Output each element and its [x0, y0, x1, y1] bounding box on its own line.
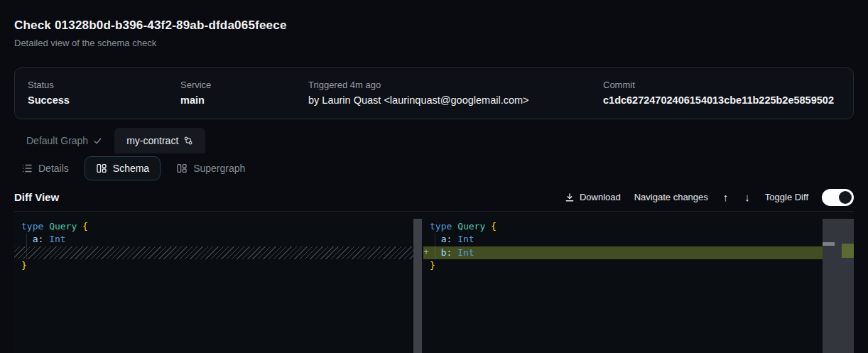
- commit-label: Commit: [603, 80, 840, 91]
- indent-guide: [435, 233, 435, 259]
- status-label: Status: [28, 80, 180, 91]
- commit-cell: Commit c1dc62724702406154013cbe11b225b2e…: [603, 80, 840, 107]
- schema-check-page: Check 01328b0d-b396-43f2-89ab-dfda065fee…: [0, 0, 868, 353]
- code-line: }: [21, 259, 422, 272]
- page-title: Check 01328b0d-b396-43f2-89ab-dfda065fee…: [14, 18, 854, 33]
- code-line: a: Int: [21, 233, 422, 246]
- diff-toolbar: Diff View Download Navigate changes ↑ ↓ …: [14, 183, 854, 212]
- tab-details-label: Details: [38, 163, 69, 174]
- tab-default-graph[interactable]: Default Graph: [14, 128, 114, 153]
- added-line-ruler-marker: [842, 244, 854, 258]
- triggered-label: Triggered 4m ago: [308, 80, 603, 91]
- service-label: Service: [180, 80, 308, 91]
- tab-schema-label: Schema: [113, 163, 149, 174]
- scrollbar-slider[interactable]: [823, 242, 835, 246]
- page-subtitle: Detailed view of the schema check: [14, 37, 854, 50]
- download-label: Download: [580, 192, 621, 202]
- contract-icon: [183, 136, 193, 146]
- view-tab-bar: Details Schema: [14, 153, 854, 183]
- diff-actions: Download Navigate changes ↑ ↓ Toggle Dif…: [565, 189, 854, 206]
- tab-details[interactable]: Details: [14, 156, 76, 180]
- panels-icon: [176, 163, 188, 174]
- code-line: type Query {: [430, 220, 854, 233]
- tab-supergraph[interactable]: Supergraph: [169, 156, 252, 180]
- toggle-diff-label: Toggle Diff: [765, 192, 808, 202]
- diff-placeholder-line: [14, 246, 422, 259]
- insert-marker: +: [422, 246, 430, 259]
- code-line: }: [430, 259, 854, 272]
- tab-my-contract[interactable]: my-contract: [114, 128, 205, 153]
- code-line: a: Int: [430, 233, 854, 246]
- toggle-diff-switch[interactable]: [822, 189, 854, 206]
- graph-tab-bar: Default Graph my-contract: [14, 128, 854, 153]
- triggered-value: by Laurin Quast <laurinquast@googlemail.…: [308, 94, 603, 107]
- check-icon: [93, 136, 102, 146]
- check-summary-card: Status Success Service main Triggered 4m…: [14, 67, 854, 119]
- service-value: main: [180, 94, 308, 107]
- tab-schema[interactable]: Schema: [85, 156, 161, 180]
- next-change-button[interactable]: ↓: [743, 191, 752, 203]
- list-icon: [21, 163, 33, 174]
- triggered-cell: Triggered 4m ago by Laurin Quast <laurin…: [308, 80, 603, 107]
- diff-pane-before[interactable]: type Query { a: Int}: [14, 212, 422, 353]
- download-icon: [565, 192, 575, 202]
- previous-change-button[interactable]: ↑: [722, 191, 730, 203]
- diff-pane-after[interactable]: type Query { a: Int b: Int}: [423, 212, 854, 353]
- tab-supergraph-label: Supergraph: [193, 163, 245, 174]
- status-cell: Status Success: [28, 80, 180, 107]
- code-line: type Query {: [21, 220, 422, 233]
- tab-my-contract-label: my-contract: [126, 135, 178, 146]
- commit-value: c1dc62724702406154013cbe11b225b2e5859502: [603, 94, 840, 107]
- page-header: Check 01328b0d-b396-43f2-89ab-dfda065fee…: [14, 0, 854, 50]
- navigate-changes-label: Navigate changes: [634, 192, 708, 202]
- added-code-line: b: Int: [423, 246, 854, 259]
- toggle-knob: [839, 191, 852, 204]
- status-value: Success: [28, 94, 180, 107]
- indent-guide: [26, 233, 27, 259]
- diff-view-title: Diff View: [14, 191, 59, 203]
- schema-diff-editor: type Query { a: Int} type Query { a: Int…: [14, 212, 854, 353]
- tab-default-graph-label: Default Graph: [26, 135, 88, 146]
- panels-icon: [96, 163, 107, 174]
- service-cell: Service main: [180, 80, 308, 107]
- download-button[interactable]: Download: [565, 192, 621, 202]
- left-scrollbar[interactable]: [413, 219, 422, 353]
- right-scrollbar[interactable]: [823, 219, 854, 353]
